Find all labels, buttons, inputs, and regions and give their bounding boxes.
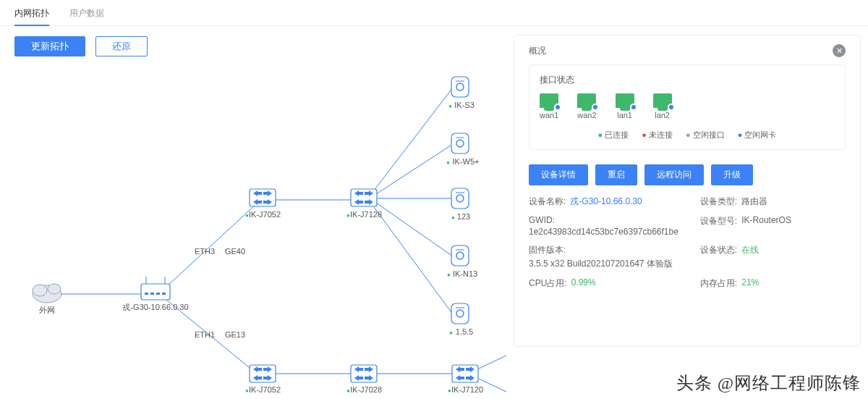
svg-text:●: ● [446, 159, 450, 166]
svg-rect-31 [250, 365, 276, 382]
panel-title: 概况 [529, 45, 546, 57]
node-ap-5[interactable]: ● 1.5.5 [449, 303, 473, 336]
svg-rect-22 [156, 293, 160, 295]
watermark-text: 头条 @网络工程师陈锋 [676, 371, 861, 395]
device-model-value: IK-RouterOS [741, 215, 791, 225]
interface-status-title: 接口状态 [540, 74, 835, 86]
svg-text:IK-S3: IK-S3 [454, 101, 475, 109]
node-switch-b[interactable]: ● IK-J7128 [346, 189, 382, 219]
svg-line-12 [374, 207, 453, 314]
svg-text:戎-G30-10.66.0.30: 戎-G30-10.66.0.30 [122, 303, 188, 311]
interface-status-card: 接口状态 wan1 wan2 lan1 lan2 已连接 未连接 空闲接口 空闲… [529, 64, 846, 150]
node-cloud[interactable]: 外网 [33, 284, 61, 314]
svg-text:●: ● [448, 103, 452, 109]
node-switch-e[interactable]: ● IK-J7120 [448, 365, 483, 394]
node-ap-2[interactable]: ● IK-W5+ [446, 133, 479, 166]
close-icon[interactable]: ✕ [833, 44, 846, 57]
remote-access-button[interactable]: 远程访问 [644, 164, 704, 185]
topology-area: 更新拓扑 还原 ETH3 GE40 ETH1 GE13 外网 [0, 26, 506, 399]
device-type-value: 路由器 [741, 196, 767, 208]
cpu-value: 0.99% [571, 277, 596, 287]
interface-wan2[interactable]: wan2 [577, 93, 596, 119]
interface-legend: 已连接 未连接 空闲接口 空闲网卡 [540, 130, 835, 140]
node-switch-a[interactable]: ● IK-J7052 [245, 189, 281, 219]
svg-rect-37 [452, 365, 478, 382]
device-detail-button[interactable]: 设备详情 [529, 164, 588, 185]
svg-point-15 [48, 284, 61, 294]
svg-rect-40 [451, 77, 469, 97]
svg-text:●: ● [449, 329, 453, 336]
tab-topology[interactable]: 内网拓扑 [14, 7, 49, 25]
tab-bar: 内网拓扑 用户数据 [0, 0, 868, 26]
svg-line-9 [376, 144, 453, 194]
edge-label: ETH3 [195, 247, 215, 256]
firmware-value: 3.5.5 x32 Build202107201647 体验版 [529, 258, 673, 270]
edge-label: GE13 [225, 330, 245, 339]
node-switch-d[interactable]: ● IK-J7028 [346, 365, 382, 394]
svg-text:1.5.5: 1.5.5 [456, 327, 473, 336]
svg-text:123: 123 [457, 212, 470, 221]
svg-rect-23 [162, 293, 166, 295]
interface-wan1[interactable]: wan1 [540, 93, 558, 119]
svg-rect-21 [150, 293, 154, 295]
svg-line-1 [166, 203, 257, 287]
svg-point-14 [33, 285, 47, 296]
edge-label: GE40 [225, 247, 245, 256]
edge-label: ETH1 [195, 330, 215, 339]
svg-rect-17 [141, 284, 170, 300]
svg-rect-60 [451, 303, 469, 324]
device-status-value: 在线 [741, 244, 759, 256]
device-info-grid: 设备名称:戎-G30-10.66.0.30 设备类型:路由器 GWID:1e2c… [529, 196, 846, 290]
svg-text:IK-J7120: IK-J7120 [451, 385, 483, 394]
svg-text:外网: 外网 [39, 306, 55, 314]
device-name-value: 戎-G30-10.66.0.30 [570, 196, 642, 208]
node-ap-3[interactable]: ● 123 [451, 188, 470, 221]
svg-rect-55 [451, 245, 469, 266]
svg-rect-25 [250, 189, 276, 206]
svg-rect-45 [451, 133, 469, 154]
svg-text:IK-J7052: IK-J7052 [249, 385, 281, 394]
svg-text:IK-J7052: IK-J7052 [249, 210, 281, 219]
interface-lan2[interactable]: lan2 [653, 93, 672, 119]
svg-rect-34 [351, 365, 377, 382]
svg-line-11 [376, 203, 453, 256]
tab-userdata[interactable]: 用户数据 [69, 7, 104, 25]
upgrade-button[interactable]: 升级 [711, 164, 753, 185]
svg-line-6 [479, 356, 506, 369]
topology-canvas[interactable]: ETH3 GE40 ETH1 GE13 外网 戎-G30-10.66.0.30 [0, 26, 506, 399]
svg-text:IK-N13: IK-N13 [453, 269, 477, 278]
mem-value: 21% [741, 277, 759, 287]
svg-text:IK-J7028: IK-J7028 [350, 385, 382, 394]
node-ap-1[interactable]: ● IK-S3 [448, 77, 475, 109]
reboot-button[interactable]: 重启 [595, 164, 637, 185]
interface-lan1[interactable]: lan1 [616, 93, 634, 119]
svg-line-8 [374, 88, 453, 190]
svg-text:IK-W5+: IK-W5+ [453, 157, 480, 166]
svg-rect-28 [351, 189, 377, 206]
node-ap-4[interactable]: ● IK-N13 [447, 245, 477, 278]
svg-rect-50 [451, 188, 469, 209]
node-switch-c[interactable]: ● IK-J7052 [245, 365, 281, 394]
svg-rect-20 [145, 293, 148, 295]
detail-panel: 概况 ✕ 接口状态 wan1 wan2 lan1 lan2 已连接 未连接 空闲… [514, 35, 861, 346]
svg-text:●: ● [451, 214, 455, 221]
gwid-value: 1e2c43983cd14c53bc7e6397cb66f1be [529, 227, 678, 237]
svg-text:●: ● [447, 272, 451, 278]
svg-text:IK-J7128: IK-J7128 [350, 210, 382, 219]
